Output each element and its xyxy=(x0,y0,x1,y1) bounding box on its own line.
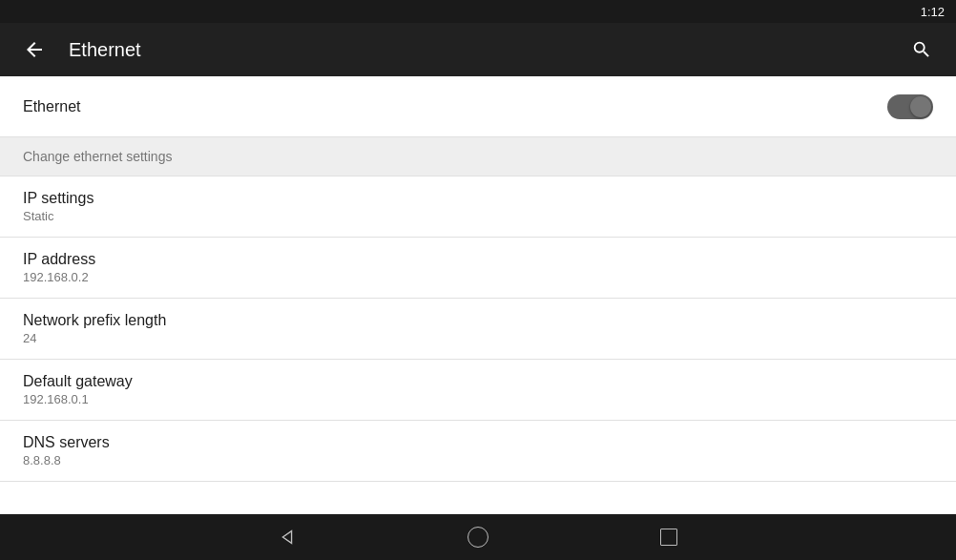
status-bar: 1:12 xyxy=(0,0,956,23)
ip-settings-subtitle: Static xyxy=(23,209,933,223)
ethernet-toggle-label: Ethernet xyxy=(23,98,80,115)
status-time: 1:12 xyxy=(921,5,945,19)
ethernet-toggle[interactable] xyxy=(887,94,933,119)
section-header: Change ethernet settings xyxy=(0,137,956,176)
network-prefix-title: Network prefix length xyxy=(23,312,933,329)
network-prefix-subtitle: 24 xyxy=(23,331,933,345)
nav-back-icon xyxy=(277,527,298,548)
search-button[interactable] xyxy=(903,31,941,69)
ip-address-subtitle: 192.168.0.2 xyxy=(23,270,933,284)
ip-settings-title: IP settings xyxy=(23,190,933,207)
dns-servers-title: DNS servers xyxy=(23,434,933,451)
nav-home-button[interactable] xyxy=(459,518,497,556)
nav-back-button[interactable] xyxy=(268,518,306,556)
section-header-label: Change ethernet settings xyxy=(23,149,172,164)
default-gateway-subtitle: 192.168.0.1 xyxy=(23,392,933,406)
nav-home-icon xyxy=(468,527,488,548)
app-bar-left: Ethernet xyxy=(15,31,141,69)
page-title: Ethernet xyxy=(69,39,141,61)
ip-address-title: IP address xyxy=(23,251,933,268)
app-bar: Ethernet xyxy=(0,23,956,76)
back-icon xyxy=(23,38,46,61)
default-gateway-title: Default gateway xyxy=(23,373,933,390)
nav-bar xyxy=(0,514,956,560)
toggle-thumb xyxy=(910,96,931,117)
dns-servers-subtitle: 8.8.8.8 xyxy=(23,453,933,467)
nav-recents-button[interactable] xyxy=(650,518,688,556)
toggle-track xyxy=(887,94,933,119)
content-area: Ethernet Change ethernet settings IP set… xyxy=(0,76,956,514)
dns-servers-row[interactable]: DNS servers 8.8.8.8 xyxy=(0,421,956,482)
ethernet-toggle-row: Ethernet xyxy=(0,76,956,137)
nav-recents-icon xyxy=(660,529,677,546)
svg-marker-0 xyxy=(282,531,291,544)
network-prefix-row[interactable]: Network prefix length 24 xyxy=(0,299,956,360)
back-button[interactable] xyxy=(15,31,53,69)
ip-settings-row[interactable]: IP settings Static xyxy=(0,176,956,238)
default-gateway-row[interactable]: Default gateway 192.168.0.1 xyxy=(0,360,956,421)
ip-address-row[interactable]: IP address 192.168.0.2 xyxy=(0,238,956,299)
search-icon xyxy=(911,39,932,60)
